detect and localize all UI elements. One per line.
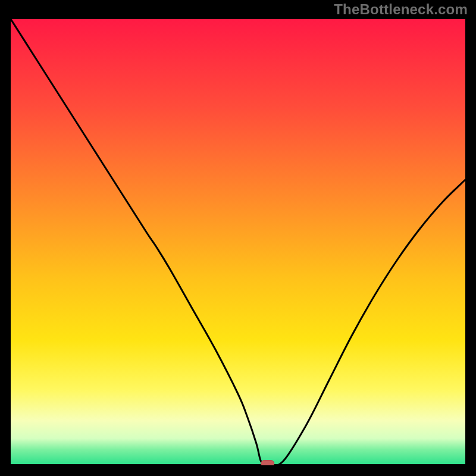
chart-background — [11, 19, 465, 465]
optimal-marker — [261, 461, 274, 466]
chart-plot — [11, 19, 465, 465]
chart-frame: TheBottleneck.com — [0, 0, 476, 476]
watermark: TheBottleneck.com — [334, 1, 468, 18]
